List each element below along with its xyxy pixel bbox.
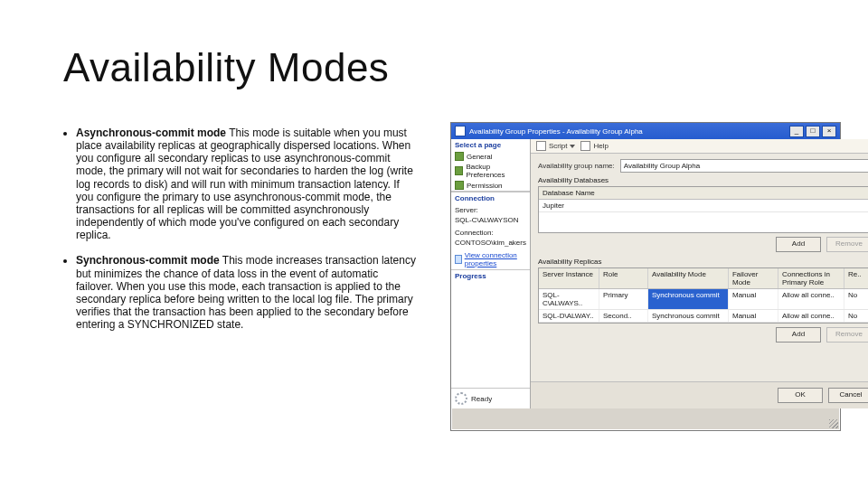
dialog-window: Availability Group Properties - Availabi… xyxy=(450,122,841,431)
replicas-grid[interactable]: Server Instance Role Availability Mode F… xyxy=(538,267,868,324)
conn-server-label: Server: xyxy=(451,204,530,216)
view-connection-link[interactable]: View connection properties xyxy=(451,249,530,269)
titlebar: Availability Group Properties - Availabi… xyxy=(451,123,840,139)
ribbon: Script Help xyxy=(531,139,868,154)
progress-status: Ready xyxy=(471,395,492,403)
nav-item-general[interactable]: General xyxy=(451,151,530,162)
replica-add-button[interactable]: Add xyxy=(776,327,821,343)
maximize-button[interactable]: □ xyxy=(806,126,820,137)
ok-button[interactable]: OK xyxy=(778,388,823,403)
table-row: SQL-C\ALWAYS.. Primary Synchronous commi… xyxy=(539,289,868,310)
nav-header-progress: Progress xyxy=(451,269,530,282)
minimize-button[interactable]: _ xyxy=(789,126,804,137)
slide: Availability Modes Asynchronous-commit m… xyxy=(0,0,868,488)
nav-panel: Select a page General Backup Preferences… xyxy=(451,139,531,408)
progress-row: Ready xyxy=(451,388,530,408)
page-icon xyxy=(455,181,464,190)
help-icon xyxy=(580,141,590,151)
nav-header-pages: Select a page xyxy=(451,139,530,151)
agname-label: Availability group name: xyxy=(538,162,615,170)
page-icon xyxy=(455,152,464,161)
db-header: Database Name xyxy=(539,187,868,199)
term-async: Asynchronous-commit mode xyxy=(76,127,226,139)
app-icon xyxy=(455,126,466,136)
bullet-sync: Synchronous-commit mode This mode increa… xyxy=(76,254,416,331)
link-icon xyxy=(455,255,462,264)
table-row: Jupiter xyxy=(539,200,868,212)
body-text: Asynchronous-commit mode This mode is su… xyxy=(63,127,416,343)
conn-server-value: SQL-C\ALWAYSON xyxy=(451,216,530,227)
databases-grid[interactable]: Database Name Jupiter xyxy=(538,186,868,233)
table-row: SQL-D\ALWAY.. Second.. Synchronous commi… xyxy=(539,310,868,323)
agname-input[interactable]: Availability Group Alpha xyxy=(620,159,868,173)
replica-remove-button[interactable]: Remove xyxy=(826,327,868,343)
script-icon xyxy=(536,141,546,151)
db-add-button[interactable]: Add xyxy=(776,237,821,252)
conn-value: CONTOSO\kim_akers xyxy=(451,239,530,249)
help-button[interactable]: Help xyxy=(580,141,608,151)
databases-label: Availability Databases xyxy=(538,176,868,184)
text-async: This mode is suitable when you must plac… xyxy=(76,127,413,241)
page-icon xyxy=(455,166,463,175)
replicas-label: Availability Replicas xyxy=(538,258,868,266)
window-title: Availability Group Properties - Availabi… xyxy=(469,127,643,136)
close-button[interactable]: × xyxy=(822,126,836,137)
cancel-button[interactable]: Cancel xyxy=(828,388,868,403)
db-remove-button[interactable]: Remove xyxy=(826,237,868,252)
chevron-down-icon xyxy=(570,145,575,148)
nav-header-connection: Connection xyxy=(451,192,530,204)
main-panel: Script Help Availability group name: Ava… xyxy=(531,139,868,408)
availability-mode-cell[interactable]: Synchronous commit xyxy=(648,289,729,309)
nav-item-backup[interactable]: Backup Preferences xyxy=(451,162,530,180)
page-title: Availability Modes xyxy=(63,45,389,90)
bullet-async: Asynchronous-commit mode This mode is su… xyxy=(76,127,416,241)
conn-label: Connection: xyxy=(451,227,530,239)
resize-grip[interactable] xyxy=(829,419,838,428)
spinner-icon xyxy=(455,392,467,405)
script-menu[interactable]: Script xyxy=(536,141,575,151)
nav-item-permission[interactable]: Permission xyxy=(451,180,530,191)
dialog-footer: OK Cancel xyxy=(531,381,868,408)
term-sync: Synchronous-commit mode xyxy=(76,254,220,267)
